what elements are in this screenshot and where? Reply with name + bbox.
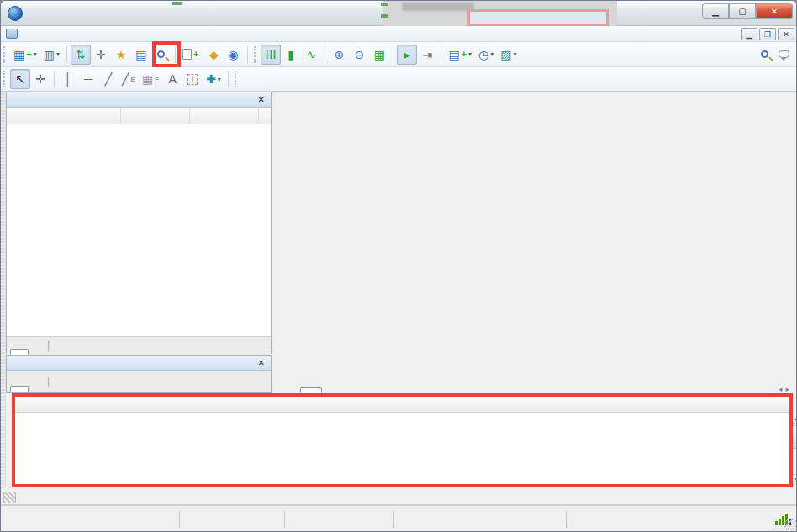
new-chart-button[interactable]: ▦+▾ [10,45,40,65]
profiles-button[interactable]: ▥▾ [40,45,63,65]
standard-toolbar: ▦+▾ ▥▾ ⇅ ✛ ★ ▤ + ◆ ◉ ☰ ▮ ∿ ⊕ ⊖ ▦ ▸ ⇥ ▤+▾… [1,42,797,67]
line-chart-button[interactable]: ∿ [301,45,321,65]
templates-button[interactable]: ▨▾ [497,45,520,65]
terminal-drag-handle[interactable] [3,492,16,503]
tile-windows-button[interactable]: ▦ [369,45,389,65]
tab-common[interactable] [10,386,29,392]
screen-artifact [381,3,388,6]
column-ask[interactable] [190,108,259,124]
shapes-dropdown-button[interactable]: ✚▾ [203,69,224,89]
auto-scroll-button[interactable]: ▸ [397,45,417,65]
navigator-panel: ✕ | [6,355,272,393]
order-doc-icon [182,49,192,60]
column-bid[interactable] [121,108,190,124]
periods-button[interactable]: ◷▾ [475,45,497,65]
terminal-button[interactable]: ▤ [131,45,151,65]
screen-artifact [172,2,182,5]
toolbar-grip[interactable] [3,71,8,87]
trendline-tool-button[interactable]: ╱ [98,69,119,89]
status-profile [180,511,285,528]
status-help-text [1,511,180,528]
crosshair-tool-button[interactable]: ✛ [30,69,50,89]
child-restore-button[interactable]: ❐ [759,28,776,40]
screen-artifact [381,14,388,18]
tab-favorites[interactable] [29,386,47,392]
status-bar [1,505,797,532]
navigator-title-bar[interactable]: ✕ [7,356,271,371]
tester-magnifier-icon [157,50,165,58]
terminal-scrollbar[interactable]: ▲ ▼ [790,413,797,485]
chat-icon[interactable] [779,50,789,58]
app-logo-icon [8,6,23,21]
close-button[interactable]: ✕ [756,3,793,19]
metaeditor-button[interactable]: ◆ [203,45,224,65]
new-order-button[interactable]: + [179,45,203,65]
horizontal-line-tool-button[interactable]: ─ [78,69,98,89]
navigator-tabs: | [7,371,271,392]
minimize-button[interactable]: ▁ [702,3,729,19]
search-icon[interactable] [761,50,768,58]
column-symbol[interactable] [7,108,121,124]
child-minimize-button[interactable]: ▁ [741,28,757,40]
background-tooltip [467,9,609,26]
market-watch-panel: ✕ | [6,92,272,354]
tab-symbols[interactable] [10,349,29,355]
child-close-button[interactable]: ✕ [778,28,794,40]
zoom-out-button[interactable]: ⊖ [349,45,369,65]
market-watch-tabs: | [7,336,271,355]
chart-panel [273,92,797,376]
indicators-button[interactable]: ▤+▾ [445,45,475,65]
toolbar-grip[interactable] [254,46,258,63]
vertical-line-tool-button[interactable]: │ [58,69,78,89]
market-watch-list [7,124,271,336]
application-window: ▁ ▢ ✕ ▁ ❐ ✕ ▦+▾ ▥▾ ⇅ ✛ ★ ▤ + ◆ ◉ [0,0,797,532]
fibonacci-tool-button[interactable]: ▦F [139,69,162,89]
candlestick-chart-button[interactable]: ▮ [281,45,301,65]
drawing-toolbar: ↖ ✛ │ ─ ╱ ╱E ▦F A T ✚▾ [1,67,797,92]
market-watch-close-icon[interactable]: ✕ [256,95,267,104]
text-label-tool-button[interactable]: T [182,69,203,89]
chart-tab-bar: ◂▸ [273,376,797,393]
bar-chart-button[interactable]: ☰ [261,45,281,65]
navigator-button[interactable]: ★ [111,45,131,65]
menu-bar: ▁ ❐ ✕ [1,26,797,42]
chart-tab-xagusd[interactable] [300,387,322,393]
market-watch-title-bar[interactable]: ✕ [7,92,271,108]
navigator-close-icon[interactable]: ✕ [256,358,267,367]
orders-table-header [15,396,789,413]
data-window-button[interactable]: ✛ [91,45,111,65]
toolbar-grip[interactable] [3,46,8,63]
autotrading-button[interactable]: ◉ [224,45,244,65]
terminal-tab-bar [1,489,797,505]
tab-tick-chart[interactable] [29,349,47,355]
channel-tool-button[interactable]: ╱E [119,69,139,89]
chart-shift-button[interactable]: ⇥ [417,45,437,65]
strategy-tester-button[interactable] [151,45,172,65]
chart-window-icon [6,29,18,39]
chart-tab-scroll-arrows[interactable]: ◂▸ [779,385,793,393]
price-chart[interactable] [273,92,797,376]
terminal-panel: ▲ ▼ [15,396,789,485]
market-watch-toggle-button[interactable]: ⇅ [71,45,91,65]
background-window-ghost [383,1,617,26]
maximize-button[interactable]: ▢ [729,3,756,19]
zoom-in-button[interactable]: ⊕ [329,45,349,65]
market-watch-header [7,108,271,124]
resize-grip[interactable] [784,519,796,530]
toolbar-grip[interactable] [235,71,239,87]
chart-tab-usdcnh[interactable] [278,387,300,393]
text-tool-button[interactable]: A [162,69,182,89]
cursor-tool-button[interactable]: ↖ [10,69,30,89]
